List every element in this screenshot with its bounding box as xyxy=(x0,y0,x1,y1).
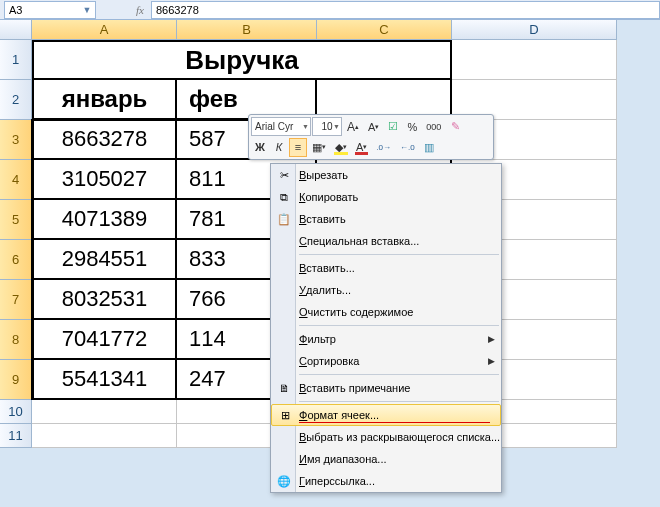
row-header-8[interactable]: 8 xyxy=(0,320,32,360)
comma-button[interactable]: 000 xyxy=(422,117,445,136)
row-header-5[interactable]: 5 xyxy=(0,200,32,240)
menu-item-copy[interactable]: ⧉Копировать xyxy=(271,186,501,208)
font-size-select[interactable]: 10▼ xyxy=(312,117,342,136)
cell[interactable]: Выручка xyxy=(32,40,452,80)
bold-button[interactable]: Ж xyxy=(251,138,269,157)
context-menu: ✂Вырезать⧉Копировать📋ВставитьСпециальная… xyxy=(270,163,502,493)
menu-item-paste-special[interactable]: Специальная вставка... xyxy=(271,230,501,252)
row-header-6[interactable]: 6 xyxy=(0,240,32,280)
format-icon: ⊞ xyxy=(276,406,294,424)
menu-item-sort[interactable]: Сортировка▶ xyxy=(271,350,501,372)
cell[interactable]: январь xyxy=(32,80,177,120)
name-box-value: A3 xyxy=(9,4,22,16)
submenu-arrow-icon: ▶ xyxy=(488,356,495,366)
column-header-c[interactable]: C xyxy=(317,20,452,40)
align-center-button[interactable]: ≡ xyxy=(289,138,307,157)
cell[interactable]: 2984551 xyxy=(32,240,177,280)
cell[interactable] xyxy=(452,40,617,80)
row-header-9[interactable]: 9 xyxy=(0,360,32,400)
menu-item-named-range[interactable]: Имя диапазона... xyxy=(271,448,501,470)
cell[interactable]: 5541341 xyxy=(32,360,177,400)
cell[interactable]: 4071389 xyxy=(32,200,177,240)
select-all-corner[interactable] xyxy=(0,20,32,40)
menu-item-paste[interactable]: 📋Вставить xyxy=(271,208,501,230)
chevron-down-icon: ▼ xyxy=(302,123,309,130)
copy-icon: ⧉ xyxy=(275,188,293,206)
row-header-3[interactable]: 3 xyxy=(0,120,32,160)
cell[interactable]: 7041772 xyxy=(32,320,177,360)
increase-decimal-button[interactable]: .0→ xyxy=(372,138,395,157)
cell[interactable]: 3105027 xyxy=(32,160,177,200)
column-header-d[interactable]: D xyxy=(452,20,617,40)
decrease-decimal-button[interactable]: ←.0 xyxy=(396,138,419,157)
menu-item-comment[interactable]: 🗎Вставить примечание xyxy=(271,377,501,399)
format-painter-button[interactable]: ✎ xyxy=(446,117,464,136)
cell[interactable]: 8032531 xyxy=(32,280,177,320)
menu-item-delete[interactable]: Удалить... xyxy=(271,279,501,301)
formula-bar: A3 ▼ fx 8663278 xyxy=(0,0,660,20)
accounting-format-button[interactable]: ☑ xyxy=(384,117,402,136)
menu-item-filter[interactable]: Фильтр▶ xyxy=(271,328,501,350)
menu-item-format-cells[interactable]: ⊞Формат ячеек... xyxy=(271,404,501,426)
row-header-1[interactable]: 1 xyxy=(0,40,32,80)
shrink-font-button[interactable]: A▾ xyxy=(364,117,383,136)
column-headers: ABCD xyxy=(32,20,660,40)
cell[interactable]: 8663278 xyxy=(32,120,177,160)
scissors-icon: ✂ xyxy=(275,166,293,184)
font-color-button[interactable]: A▾ xyxy=(352,138,371,157)
cell[interactable] xyxy=(32,400,177,424)
globe-icon: 🌐 xyxy=(275,472,293,490)
menu-item-dropdown-list[interactable]: Выбрать из раскрывающегося списка... xyxy=(271,426,501,448)
cell[interactable] xyxy=(32,424,177,448)
column-header-a[interactable]: A xyxy=(32,20,177,40)
menu-item-insert[interactable]: Вставить... xyxy=(271,257,501,279)
grow-font-button[interactable]: A▴ xyxy=(343,117,363,136)
font-name-select[interactable]: Arial Cyr▼ xyxy=(251,117,311,136)
italic-button[interactable]: К xyxy=(270,138,288,157)
menu-item-clear[interactable]: Очистить содержимое xyxy=(271,301,501,323)
comment-icon: 🗎 xyxy=(275,379,293,397)
formula-value: 8663278 xyxy=(156,4,199,16)
menu-item-hyperlink[interactable]: 🌐Гиперссылка... xyxy=(271,470,501,492)
submenu-arrow-icon: ▶ xyxy=(488,334,495,344)
formula-input[interactable]: 8663278 xyxy=(151,1,660,19)
chevron-down-icon[interactable]: ▼ xyxy=(79,2,95,18)
percent-button[interactable]: % xyxy=(403,117,421,136)
column-header-b[interactable]: B xyxy=(177,20,317,40)
fx-button[interactable]: fx xyxy=(131,1,149,19)
row-headers: 1234567891011 xyxy=(0,40,32,448)
row-header-10[interactable]: 10 xyxy=(0,400,32,424)
row-header-7[interactable]: 7 xyxy=(0,280,32,320)
fill-color-button[interactable]: ◆▾ xyxy=(331,138,351,157)
row-header-2[interactable]: 2 xyxy=(0,80,32,120)
merge-button[interactable]: ▥ xyxy=(420,138,438,157)
row-header-11[interactable]: 11 xyxy=(0,424,32,448)
menu-item-cut[interactable]: ✂Вырезать xyxy=(271,164,501,186)
row-header-4[interactable]: 4 xyxy=(0,160,32,200)
mini-toolbar: Arial Cyr▼ 10▼ A▴ A▾ ☑ % 000 ✎ Ж К ≡ ▦▾ … xyxy=(248,114,494,160)
chevron-down-icon: ▼ xyxy=(333,123,340,130)
name-box[interactable]: A3 ▼ xyxy=(4,1,96,19)
paste-icon: 📋 xyxy=(275,210,293,228)
borders-button[interactable]: ▦▾ xyxy=(308,138,330,157)
formula-bar-buttons: fx xyxy=(131,1,149,19)
